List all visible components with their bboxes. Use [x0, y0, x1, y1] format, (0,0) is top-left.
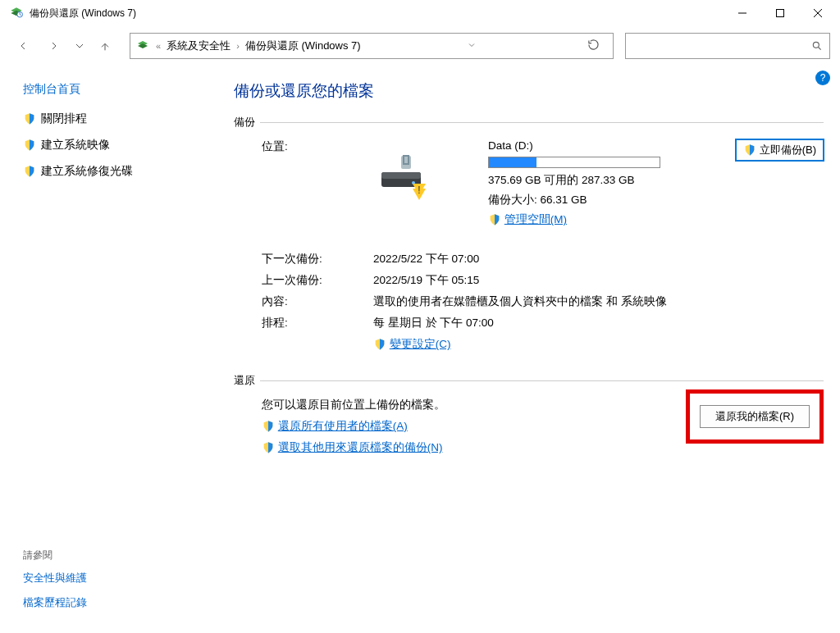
- next-backup-value: 2022/5/22 下午 07:00: [373, 252, 824, 266]
- restore-my-files-button[interactable]: 還原我的檔案(R): [700, 405, 810, 428]
- up-button[interactable]: [92, 33, 118, 59]
- sidebar-item-turn-off-schedule[interactable]: 關閉排程: [23, 112, 204, 126]
- search-box[interactable]: [625, 33, 830, 59]
- breadcrumb-icon: [135, 39, 150, 53]
- titlebar: 備份與還原 (Windows 7): [0, 0, 840, 26]
- sidebar: 控制台首頁 關閉排程 建立系統映像 建立系統修復光碟 請參閱 安全性與維護 檔案…: [0, 66, 217, 633]
- change-settings-link[interactable]: 變更設定(C): [390, 337, 451, 352]
- window-title: 備份與還原 (Windows 7): [30, 7, 724, 20]
- recent-dropdown[interactable]: [72, 33, 87, 59]
- svg-rect-9: [381, 172, 421, 179]
- shield-icon: [23, 165, 36, 178]
- maximize-button[interactable]: [761, 1, 799, 25]
- svg-line-7: [819, 48, 821, 50]
- shield-icon: [262, 420, 275, 433]
- main-content: 備份或還原您的檔案 備份 位置: ! Data (D:): [217, 66, 840, 633]
- search-input[interactable]: [632, 40, 811, 52]
- content-label: 內容:: [262, 294, 373, 309]
- content-value: 選取的使用者在媒體櫃及個人資料夾中的檔案 和 系統映像: [373, 294, 685, 309]
- location-value: Data (D:): [488, 139, 736, 152]
- chevron-right-icon: ›: [234, 41, 242, 51]
- schedule-label: 排程:: [262, 316, 373, 330]
- select-another-backup-link[interactable]: 選取其他用來還原檔案的備份(N): [278, 440, 443, 455]
- see-also-heading: 請參閱: [23, 549, 204, 562]
- sidebar-item-label: 建立系統修復光碟: [41, 164, 133, 179]
- sidebar-item-create-system-image[interactable]: 建立系統映像: [23, 138, 204, 153]
- chevron-left-icon[interactable]: «: [153, 41, 163, 51]
- shield-icon: [23, 139, 36, 152]
- see-also-security-maintenance[interactable]: 安全性與維護: [23, 571, 204, 585]
- manage-space-link[interactable]: 管理空間(M): [504, 212, 567, 227]
- next-backup-label: 下一次備份:: [262, 252, 373, 266]
- last-backup-label: 上一次備份:: [262, 273, 373, 288]
- disk-usage-bar: [488, 157, 660, 168]
- page-title: 備份或還原您的檔案: [234, 80, 824, 102]
- schedule-value: 每 星期日 於 下午 07:00: [373, 316, 824, 330]
- svg-rect-2: [777, 10, 784, 17]
- toolbar: « 系統及安全性 › 備份與還原 (Windows 7): [0, 26, 840, 66]
- shield-icon: [23, 112, 36, 125]
- svg-text:!: !: [418, 184, 420, 196]
- restore-all-users-link[interactable]: 還原所有使用者的檔案(A): [278, 419, 408, 434]
- search-icon: [811, 40, 823, 52]
- minimize-button[interactable]: [724, 1, 761, 25]
- back-button[interactable]: [10, 33, 36, 59]
- control-panel-home-link[interactable]: 控制台首頁: [23, 82, 204, 97]
- shield-icon: [373, 338, 386, 351]
- backup-now-button[interactable]: 立即備份(B): [736, 139, 824, 161]
- forward-button[interactable]: [41, 33, 67, 59]
- shield-icon: [488, 213, 501, 226]
- highlight-box: 還原我的檔案(R): [686, 389, 824, 444]
- app-icon: [8, 5, 25, 21]
- address-bar[interactable]: « 系統及安全性 › 備份與還原 (Windows 7): [130, 33, 614, 59]
- backup-section-heading: 備份: [234, 115, 824, 130]
- refresh-button[interactable]: [582, 39, 608, 54]
- see-also-file-history[interactable]: 檔案歷程記錄: [23, 595, 204, 610]
- drive-image: !: [377, 139, 488, 232]
- location-label: 位置:: [262, 139, 377, 232]
- sidebar-item-create-repair-disc[interactable]: 建立系統修復光碟: [23, 164, 204, 179]
- restore-section-heading: 還原: [234, 373, 824, 388]
- close-button[interactable]: [799, 1, 837, 25]
- last-backup-value: 2022/5/19 下午 05:15: [373, 273, 824, 288]
- free-space-text: 375.69 GB 可用的 287.33 GB: [488, 173, 736, 188]
- breadcrumb-seg-1[interactable]: 系統及安全性: [167, 39, 231, 53]
- backup-size-text: 備份大小: 66.31 GB: [488, 193, 736, 207]
- sidebar-item-label: 關閉排程: [41, 112, 87, 126]
- shield-icon: [262, 441, 275, 454]
- addr-dropdown-icon[interactable]: [459, 39, 485, 53]
- sidebar-item-label: 建立系統映像: [41, 138, 110, 153]
- shield-icon: [743, 143, 756, 157]
- breadcrumb-seg-2[interactable]: 備份與還原 (Windows 7): [245, 39, 361, 53]
- svg-point-6: [813, 42, 819, 48]
- svg-rect-11: [401, 156, 411, 169]
